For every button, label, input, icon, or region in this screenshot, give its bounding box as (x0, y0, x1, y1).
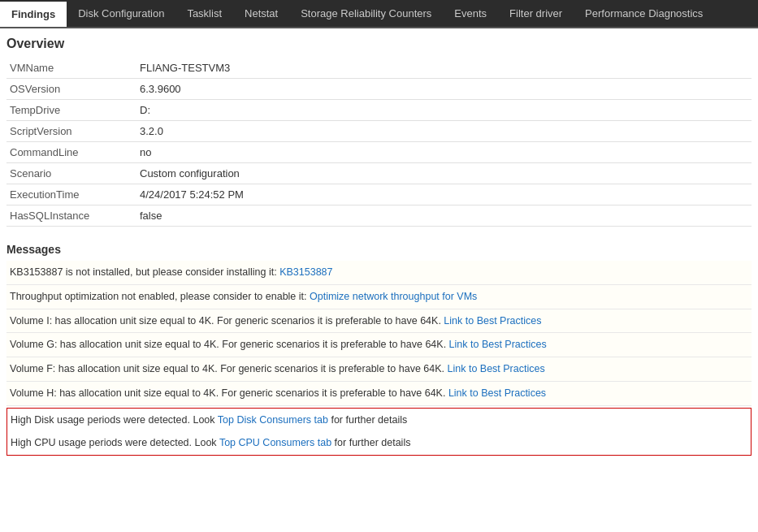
row-label: HasSQLInstance (6, 205, 136, 227)
tab-bar: Findings Disk Configuration Tasklist Net… (0, 0, 758, 28)
list-item: Volume H: has allocation unit size equal… (6, 382, 752, 406)
list-item: Volume F: has allocation unit size equal… (6, 357, 752, 382)
list-item: High CPU usage periods were detected. Lo… (7, 431, 751, 455)
message-link[interactable]: Link to Best Practices (448, 363, 545, 374)
row-value: 4/24/2017 5:24:52 PM (136, 184, 752, 205)
row-value: Custom configuration (136, 163, 752, 184)
messages-container: KB3153887 is not installed, but please c… (6, 261, 752, 456)
table-row: ScenarioCustom configuration (6, 163, 752, 184)
row-value: no (136, 142, 752, 163)
tab-filter-driver[interactable]: Filter driver (498, 0, 574, 27)
tab-performance-diagnostics[interactable]: Performance Diagnostics (574, 0, 714, 27)
message-link[interactable]: Link to Best Practices (448, 387, 546, 399)
message-link[interactable]: Top Disk Consumers tab (218, 414, 328, 426)
list-item: High Disk usage periods were detected. L… (7, 409, 751, 432)
table-row: VMNameFLIANG-TESTVM3 (6, 58, 752, 79)
row-label: VMName (6, 58, 136, 79)
tab-tasklist[interactable]: Tasklist (175, 0, 233, 27)
message-link[interactable]: Top CPU Consumers tab (219, 437, 331, 448)
tab-storage-reliability-counters[interactable]: Storage Reliability Counters (289, 0, 443, 27)
table-row: HasSQLInstancefalse (6, 205, 752, 227)
row-label: TempDrive (6, 100, 136, 121)
tab-findings[interactable]: Findings (0, 0, 67, 27)
row-value: false (136, 205, 752, 227)
message-link[interactable]: Optimize network throughput for VMs (310, 291, 477, 302)
message-link[interactable]: Link to Best Practices (449, 339, 547, 350)
main-content: Overview VMNameFLIANG-TESTVM3OSVersion6.… (0, 28, 758, 464)
list-item: KB3153887 is not installed, but please c… (6, 261, 752, 285)
table-row: ExecutionTime4/24/2017 5:24:52 PM (6, 184, 752, 205)
table-row: OSVersion6.3.9600 (6, 79, 752, 100)
table-row: CommandLineno (6, 142, 752, 163)
table-row: TempDriveD: (6, 100, 752, 121)
tab-disk-configuration[interactable]: Disk Configuration (67, 0, 175, 27)
row-label: CommandLine (6, 142, 136, 163)
table-row: ScriptVersion3.2.0 (6, 121, 752, 142)
message-link[interactable]: Link to Best Practices (444, 315, 541, 327)
row-label: Scenario (6, 163, 136, 184)
tab-events[interactable]: Events (443, 0, 498, 27)
row-value: 3.2.0 (136, 121, 752, 142)
highlighted-messages-group: High Disk usage periods were detected. L… (6, 408, 752, 456)
tab-netstat[interactable]: Netstat (233, 0, 289, 27)
list-item: Throughput optimization not enabled, ple… (6, 285, 752, 309)
row-label: ScriptVersion (6, 121, 136, 142)
row-label: ExecutionTime (6, 184, 136, 205)
row-value: FLIANG-TESTVM3 (136, 58, 752, 79)
messages-title: Messages (6, 243, 752, 256)
list-item: Volume G: has allocation unit size equal… (6, 333, 752, 357)
overview-table: VMNameFLIANG-TESTVM3OSVersion6.3.9600Tem… (6, 58, 752, 227)
message-link[interactable]: KB3153887 (279, 266, 332, 278)
row-label: OSVersion (6, 79, 136, 100)
overview-title: Overview (6, 37, 752, 51)
list-item: Volume I: has allocation unit size equal… (6, 309, 752, 334)
row-value: D: (136, 100, 752, 121)
row-value: 6.3.9600 (136, 79, 752, 100)
